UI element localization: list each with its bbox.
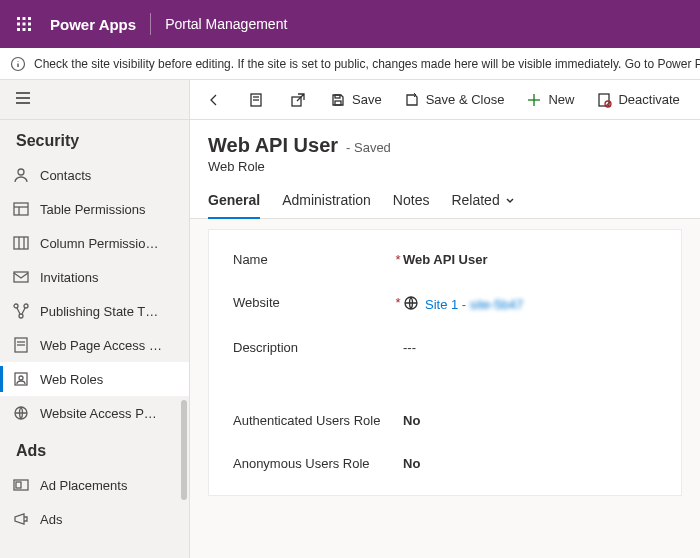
- sidebar-item-ad-placements[interactable]: Ad Placements: [0, 468, 189, 502]
- sidebar-item-label: Ad Placements: [40, 478, 127, 493]
- anonymous-role-input[interactable]: No: [403, 456, 420, 471]
- svg-rect-7: [23, 28, 26, 31]
- field-label: Website: [233, 295, 280, 312]
- globe-icon: [403, 295, 419, 314]
- website-link[interactable]: Site 1 - site-5b47: [425, 297, 523, 312]
- tab-notes[interactable]: Notes: [393, 192, 430, 218]
- field-label: Description: [233, 340, 298, 357]
- title-bar: Power Apps Portal Management: [0, 0, 700, 48]
- brand-name: Power Apps: [50, 16, 136, 33]
- sidebar-section-security: Security: [0, 120, 189, 158]
- sidebar-item-label: Web Roles: [40, 372, 103, 387]
- website-lookup[interactable]: Site 1 - site-5b47: [403, 295, 523, 314]
- sidebar-item-website-access[interactable]: Website Access P…: [0, 396, 189, 430]
- description-input[interactable]: ---: [403, 340, 416, 355]
- svg-rect-3: [17, 23, 20, 26]
- sidebar-item-label: Publishing State T…: [40, 304, 158, 319]
- form-header: Web API User - Saved Web Role: [190, 120, 700, 178]
- sidebar-item-label: Invitations: [40, 270, 99, 285]
- command-bar: Save Save & Close New Deactivate: [190, 80, 700, 120]
- globe-lock-icon: [12, 404, 30, 422]
- field-label: Authenticated Users Role: [233, 413, 380, 430]
- megaphone-icon: [12, 510, 30, 528]
- back-button[interactable]: [194, 80, 234, 120]
- sidebar-item-label: Table Permissions: [40, 202, 146, 217]
- svg-rect-6: [17, 28, 20, 31]
- field-label: Anonymous Users Role: [233, 456, 370, 473]
- svg-rect-1: [23, 17, 26, 20]
- required-indicator: *: [393, 295, 403, 310]
- deactivate-label: Deactivate: [618, 92, 679, 107]
- hamburger-icon[interactable]: [14, 89, 32, 111]
- field-label: Name: [233, 252, 268, 269]
- titlebar-separator: [150, 13, 151, 35]
- sidebar-item-web-roles[interactable]: Web Roles: [0, 362, 189, 396]
- form-tabs: General Administration Notes Related: [190, 178, 700, 219]
- svg-point-24: [24, 304, 28, 308]
- sidebar: Security Contacts Table Permissions Colu…: [0, 80, 190, 558]
- save-status: - Saved: [346, 140, 391, 155]
- info-icon: [10, 56, 26, 72]
- tab-administration[interactable]: Administration: [282, 192, 371, 218]
- field-description: Description ---: [233, 340, 657, 357]
- contact-icon: [12, 166, 30, 184]
- sidebar-item-label: Ads: [40, 512, 62, 527]
- sidebar-item-label: Web Page Access …: [40, 338, 162, 353]
- chevron-down-icon: [504, 194, 516, 206]
- field-anonymous-role: Anonymous Users Role No: [233, 456, 657, 473]
- page-icon: [12, 336, 30, 354]
- svg-rect-16: [14, 203, 28, 215]
- authenticated-role-input[interactable]: No: [403, 413, 420, 428]
- new-label: New: [548, 92, 574, 107]
- svg-rect-4: [23, 23, 26, 26]
- field-authenticated-role: Authenticated Users Role No: [233, 413, 657, 430]
- field-name: Name * Web API User: [233, 252, 657, 269]
- svg-point-30: [19, 376, 23, 380]
- save-close-label: Save & Close: [426, 92, 505, 107]
- svg-rect-5: [28, 23, 31, 26]
- table-icon: [12, 200, 30, 218]
- svg-rect-39: [335, 101, 341, 105]
- form-selector-button[interactable]: [236, 80, 276, 120]
- open-new-window-button[interactable]: [278, 80, 318, 120]
- svg-rect-8: [28, 28, 31, 31]
- workflow-icon: [12, 302, 30, 320]
- required-indicator: *: [393, 252, 403, 267]
- svg-rect-33: [16, 482, 21, 488]
- new-button[interactable]: New: [516, 80, 584, 120]
- sidebar-item-label: Contacts: [40, 168, 91, 183]
- save-button[interactable]: Save: [320, 80, 392, 120]
- mail-icon: [12, 268, 30, 286]
- tab-related[interactable]: Related: [451, 192, 515, 218]
- tab-general[interactable]: General: [208, 192, 260, 218]
- columns-icon: [12, 234, 30, 252]
- form-card: Name * Web API User Website *: [208, 229, 682, 496]
- sidebar-item-table-permissions[interactable]: Table Permissions: [0, 192, 189, 226]
- app-launcher-icon[interactable]: [8, 8, 40, 40]
- svg-rect-19: [14, 237, 28, 249]
- sidebar-item-column-permissions[interactable]: Column Permissio…: [0, 226, 189, 260]
- sidebar-item-publishing-state[interactable]: Publishing State T…: [0, 294, 189, 328]
- save-close-button[interactable]: Save & Close: [394, 80, 515, 120]
- entity-name: Web Role: [208, 159, 682, 174]
- svg-rect-22: [14, 272, 28, 282]
- sidebar-section-ads: Ads: [0, 430, 189, 468]
- svg-rect-0: [17, 17, 20, 20]
- svg-point-15: [18, 169, 24, 175]
- sidebar-item-ads[interactable]: Ads: [0, 502, 189, 536]
- svg-point-25: [19, 314, 23, 318]
- sidebar-item-contacts[interactable]: Contacts: [0, 158, 189, 192]
- app-name: Portal Management: [165, 16, 287, 32]
- field-website: Website * Site 1 - site-5b47: [233, 295, 657, 314]
- deactivate-button[interactable]: Deactivate: [586, 80, 689, 120]
- record-title: Web API User: [208, 134, 338, 157]
- notice-text: Check the site visibility before editing…: [34, 57, 700, 71]
- sidebar-item-label: Column Permissio…: [40, 236, 158, 251]
- name-input[interactable]: Web API User: [403, 252, 488, 267]
- sidebar-scrollbar[interactable]: [181, 400, 187, 500]
- sidebar-item-invitations[interactable]: Invitations: [0, 260, 189, 294]
- main-area: Save Save & Close New Deactivate Web API…: [190, 80, 700, 558]
- save-label: Save: [352, 92, 382, 107]
- sidebar-item-web-page-access[interactable]: Web Page Access …: [0, 328, 189, 362]
- role-icon: [12, 370, 30, 388]
